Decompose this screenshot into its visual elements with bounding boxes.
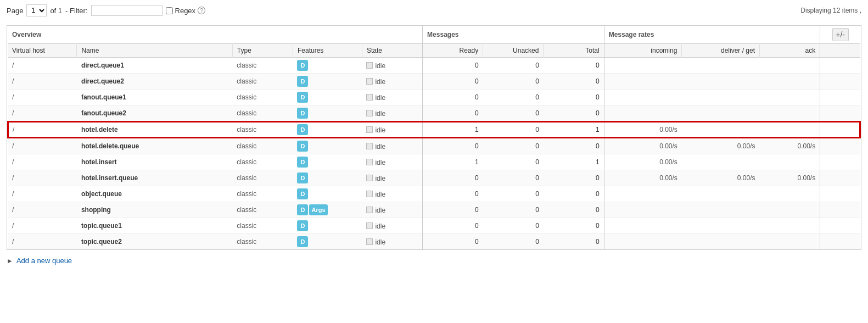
cell-state: idle	[362, 154, 422, 170]
table-row[interactable]: /object.queueclassicDidle000	[8, 186, 860, 202]
cell-type: classic	[232, 58, 293, 74]
cell-name[interactable]: hotel.delete.queue	[77, 138, 232, 154]
cell-name[interactable]: direct.queue1	[77, 58, 232, 74]
table-row[interactable]: /hotel.deleteclassicDidle1010.00/s	[8, 121, 860, 138]
state-text: idle	[375, 62, 385, 69]
cell-deliver-get	[682, 234, 760, 250]
state-icon	[366, 207, 373, 213]
state-text: idle	[375, 222, 385, 230]
table-row[interactable]: /fanout.queue1classicDidle000	[8, 90, 860, 105]
feature-badge: D	[297, 92, 308, 103]
cell-total: 0	[544, 105, 604, 122]
cell-name[interactable]: fanout.queue2	[77, 105, 232, 122]
cell-name[interactable]: direct.queue2	[77, 74, 232, 90]
cell-ready: 0	[423, 90, 483, 105]
cell-deliver-get	[682, 202, 760, 218]
display-info: Displaying 12 items ,	[800, 7, 861, 14]
cell-name[interactable]: object.queue	[77, 186, 232, 202]
cell-vhost: /	[8, 121, 77, 138]
cell-total: 0	[544, 138, 604, 154]
feature-badge: D	[297, 124, 308, 135]
top-bar: Page 1 of 1 - Filter: Regex ? Displaying…	[7, 4, 861, 16]
page-select[interactable]: 1	[26, 4, 47, 16]
state-text: idle	[375, 77, 385, 85]
cell-unacked: 0	[483, 218, 544, 234]
cell-deliver-get: 0.00/s	[682, 170, 760, 186]
state-icon	[366, 62, 373, 69]
page-label: Page	[7, 7, 23, 15]
cell-ack: 0.00/s	[760, 138, 820, 154]
cell-vhost: /	[8, 186, 77, 202]
cell-incoming	[604, 202, 682, 218]
state-text: idle	[375, 93, 385, 101]
cell-deliver-get	[682, 121, 760, 138]
cell-unacked: 0	[483, 170, 544, 186]
plus-minus-button[interactable]: +/-	[832, 28, 849, 41]
cell-state: idle	[362, 90, 422, 105]
cell-ack	[760, 234, 820, 250]
cell-total: 0	[544, 170, 604, 186]
col-features: Features	[293, 44, 362, 58]
cell-incoming	[604, 74, 682, 90]
cell-vhost: /	[8, 154, 77, 170]
table-row[interactable]: /topic.queue1classicDidle000	[8, 218, 860, 234]
regex-checkbox[interactable]	[166, 7, 173, 14]
cell-ack	[760, 58, 820, 74]
cell-ready: 0	[423, 202, 483, 218]
cell-empty	[820, 186, 860, 202]
cell-deliver-get	[682, 218, 760, 234]
state-icon	[366, 175, 373, 181]
feature-badge: Args	[309, 204, 327, 215]
cell-unacked: 0	[483, 121, 544, 138]
of-label: of 1	[50, 7, 62, 15]
cell-type: classic	[232, 154, 293, 170]
table-row[interactable]: /hotel.insert.queueclassicDidle0000.00/s…	[8, 170, 860, 186]
cell-name[interactable]: topic.queue2	[77, 234, 232, 250]
cell-deliver-get	[682, 90, 760, 105]
cell-vhost: /	[8, 105, 77, 122]
cell-name[interactable]: topic.queue1	[77, 218, 232, 234]
cell-type: classic	[232, 218, 293, 234]
add-queue-arrow[interactable]: ►	[7, 257, 13, 265]
cell-name[interactable]: shopping	[77, 202, 232, 218]
state-icon	[366, 191, 373, 197]
cell-unacked: 0	[483, 105, 544, 122]
table-row[interactable]: /fanout.queue2classicDidle000	[8, 105, 860, 122]
queues-table-wrapper: Overview Messages Message rates +/- Virt…	[7, 25, 861, 250]
cell-ack	[760, 105, 820, 122]
cell-deliver-get	[682, 186, 760, 202]
cell-name[interactable]: hotel.delete	[77, 121, 232, 138]
cell-unacked: 0	[483, 234, 544, 250]
cell-features: D	[293, 121, 362, 138]
help-icon[interactable]: ?	[198, 7, 205, 14]
table-row[interactable]: /topic.queue2classicDidle000	[8, 234, 860, 250]
state-text: idle	[375, 206, 385, 214]
cell-features: D	[293, 58, 362, 74]
table-row[interactable]: /shoppingclassicDArgsidle000	[8, 202, 860, 218]
cell-deliver-get: 0.00/s	[682, 138, 760, 154]
cell-deliver-get	[682, 105, 760, 122]
add-queue-link[interactable]: Add a new queue	[16, 257, 72, 265]
queues-table: Overview Messages Message rates +/- Virt…	[7, 26, 861, 249]
cell-incoming	[604, 218, 682, 234]
table-row[interactable]: /direct.queue2classicDidle000	[8, 74, 860, 90]
col-ack: ack	[760, 44, 820, 58]
cell-state: idle	[362, 202, 422, 218]
filter-input[interactable]	[91, 5, 163, 16]
cell-name[interactable]: hotel.insert	[77, 154, 232, 170]
cell-name[interactable]: hotel.insert.queue	[77, 170, 232, 186]
table-row[interactable]: /hotel.insertclassicDidle1010.00/s	[8, 154, 860, 170]
state-icon	[366, 126, 373, 133]
state-icon	[366, 94, 373, 101]
state-icon	[366, 222, 373, 229]
table-row[interactable]: /direct.queue1classicDidle000	[8, 58, 860, 74]
cell-ack	[760, 90, 820, 105]
message-rates-section-label: Message rates	[604, 26, 820, 44]
state-icon	[366, 159, 373, 165]
cell-empty	[820, 105, 860, 122]
cell-name[interactable]: fanout.queue1	[77, 90, 232, 105]
regex-container: Regex ?	[166, 7, 206, 15]
add-queue-row: ► Add a new queue	[7, 257, 861, 265]
table-row[interactable]: /hotel.delete.queueclassicDidle0000.00/s…	[8, 138, 860, 154]
state-icon	[366, 78, 373, 85]
